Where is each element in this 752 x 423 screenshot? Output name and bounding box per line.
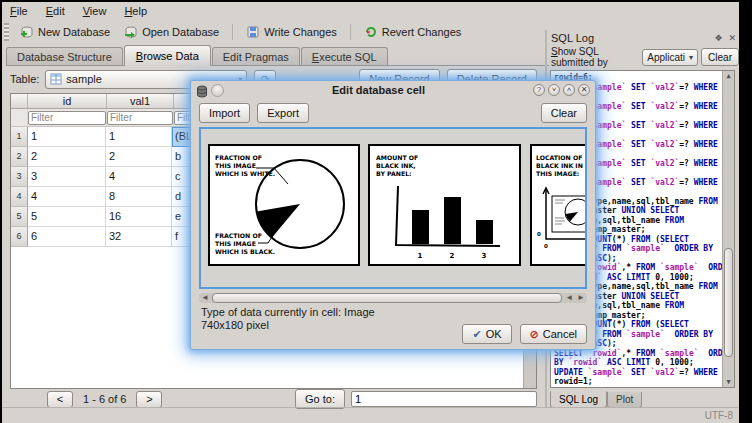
cell-clear-button[interactable]: Clear (541, 103, 587, 123)
maximize-button[interactable]: ˄ (563, 84, 575, 96)
export-button[interactable]: Export (257, 103, 309, 123)
menu-view[interactable]: View (83, 5, 107, 17)
dock-tab-plot[interactable]: Plot (607, 392, 642, 408)
corner-header-cell[interactable] (11, 94, 28, 109)
svg-text:0: 0 (537, 231, 541, 237)
svg-text:1: 1 (418, 252, 423, 260)
edit-cell-dialog: Edit database cell ? ˅ ˄ ✕ Import Export… (190, 80, 596, 350)
filter-input-val1[interactable] (107, 111, 173, 125)
row-number[interactable]: 3 (11, 167, 28, 187)
table-cell[interactable]: 4 (106, 167, 172, 187)
dock-tab-sql-log[interactable]: SQL Log (550, 391, 607, 408)
new-database-icon (20, 25, 34, 39)
tab-edit-pragmas[interactable]: Edit Pragmas (212, 47, 300, 66)
dock-float-icon[interactable]: ❖ (714, 33, 722, 43)
svg-text:FRACTION OF: FRACTION OF (215, 232, 262, 239)
check-icon: ✔ (472, 328, 481, 341)
encoding-label: UTF-8 (705, 410, 733, 421)
record-navigation-bar: < 1 - 6 of 6 > Go to: (5, 390, 545, 408)
svg-text:WHICH IS BLACK.: WHICH IS BLACK. (215, 248, 275, 255)
svg-text:BY PANEL:: BY PANEL: (376, 170, 412, 177)
submitter-combo[interactable]: Applicati ▾ (642, 49, 698, 66)
dialog-title: Edit database cell (227, 84, 530, 96)
filter-input-id[interactable] (28, 111, 106, 125)
table-cell[interactable]: 4 (28, 187, 106, 207)
cell-type-label: Type of data currently in cell: Image (201, 306, 375, 319)
svg-text:WHICH IS WHITE.: WHICH IS WHITE. (215, 170, 275, 177)
dialog-title-bar[interactable]: Edit database cell ? ˅ ˄ ✕ (191, 81, 595, 99)
row-number[interactable]: 5 (11, 207, 28, 227)
cancel-icon: ⊘ (530, 328, 539, 341)
menu-file[interactable]: File (10, 5, 28, 17)
tab-browse-data[interactable]: Browse Data (124, 45, 211, 66)
prev-page-button[interactable]: < (47, 391, 73, 408)
table-cell[interactable]: 5 (28, 207, 106, 227)
log-vertical-scrollbar[interactable]: ▲ ▼ (722, 71, 734, 387)
dock-tab-bar: SQL Log Plot (550, 390, 642, 408)
main-window: File Edit View Help New Database Open Da… (2, 2, 739, 423)
row-number[interactable]: 2 (11, 147, 28, 167)
menu-help[interactable]: Help (124, 5, 147, 17)
table-cell[interactable]: 1 (106, 127, 172, 147)
close-button[interactable]: ✕ (578, 84, 590, 96)
database-icon (196, 84, 208, 97)
tab-database-structure[interactable]: Database Structure (6, 47, 123, 66)
open-database-button[interactable]: Open Database (117, 23, 226, 41)
svg-text:3: 3 (482, 252, 487, 260)
submitter-combo-value: Applicati (647, 52, 685, 63)
next-page-button[interactable]: > (136, 391, 162, 408)
table-cell[interactable]: 2 (106, 147, 172, 167)
table-cell[interactable]: 8 (106, 187, 172, 207)
goto-input[interactable] (351, 391, 537, 407)
table-cell[interactable]: 32 (106, 227, 172, 247)
menu-edit[interactable]: Edit (46, 5, 65, 17)
dock-close-icon[interactable]: ✕ (728, 33, 736, 43)
open-database-label: Open Database (142, 26, 219, 38)
svg-text:0: 0 (544, 243, 548, 249)
log-clear-button[interactable]: Clear (701, 48, 739, 66)
goto-button[interactable]: Go to: (295, 389, 345, 409)
table-icon (50, 73, 62, 85)
table-cell[interactable]: 6 (28, 227, 106, 247)
main-tab-bar: Database Structure Browse Data Edit Prag… (6, 44, 545, 66)
dialog-toolbar: Import Export Clear (199, 103, 587, 123)
row-number[interactable]: 6 (11, 227, 28, 247)
scroll-left-icon[interactable]: ◄ (563, 293, 575, 303)
svg-text:BLACK INK,: BLACK INK, (376, 162, 416, 169)
comic-panel-bars: AMOUNT OF BLACK INK, BY PANEL: 1 2 3 (368, 144, 521, 266)
column-header-id[interactable]: id (28, 94, 107, 109)
scroll-left-icon[interactable]: ◄ (199, 293, 211, 303)
dialog-menu-button[interactable] (211, 84, 224, 97)
scroll-right-icon[interactable]: ► (575, 293, 587, 303)
write-changes-button[interactable]: Write Changes (239, 23, 344, 41)
tab-execute-sql[interactable]: Execute SQL (301, 47, 388, 66)
chevron-down-icon: ▾ (689, 53, 693, 62)
shade-button[interactable]: ˅ (548, 84, 560, 96)
ok-button[interactable]: ✔ OK (462, 324, 511, 344)
row-number[interactable]: 4 (11, 187, 28, 207)
svg-text:BLACK INK IN: BLACK INK IN (536, 162, 583, 169)
new-database-label: New Database (38, 26, 110, 38)
column-header-val1[interactable]: val1 (107, 94, 174, 109)
write-changes-label: Write Changes (264, 26, 337, 38)
toolbar-separator (350, 24, 351, 40)
revert-changes-button[interactable]: Revert Changes (357, 23, 469, 41)
cell-image-preview: FRACTION OF THIS IMAGE WHICH IS WHITE. F… (199, 127, 587, 289)
table-cell[interactable]: 2 (28, 147, 106, 167)
table-cell[interactable]: 1 (28, 127, 106, 147)
cancel-button[interactable]: ⊘ Cancel (520, 324, 587, 344)
help-button[interactable]: ? (533, 84, 545, 96)
toolbar-handle[interactable] (4, 23, 9, 41)
table-cell[interactable]: 16 (106, 207, 172, 227)
new-database-button[interactable]: New Database (13, 23, 117, 41)
sql-log-line: BY `rowid` ASC LIMIT 0, 1000; (554, 358, 720, 368)
table-combo-value: sample (66, 73, 101, 85)
import-button[interactable]: Import (199, 103, 250, 123)
status-bar: UTF-8 (2, 407, 739, 423)
toolbar-separator (232, 24, 233, 40)
table-cell[interactable]: 3 (28, 167, 106, 187)
scroll-down-icon[interactable]: ▼ (723, 378, 734, 386)
image-horizontal-scrollbar[interactable]: ◄ ◄ ► (199, 293, 587, 303)
scroll-up-icon[interactable]: ▲ (723, 72, 734, 80)
row-number[interactable]: 1 (11, 127, 28, 147)
